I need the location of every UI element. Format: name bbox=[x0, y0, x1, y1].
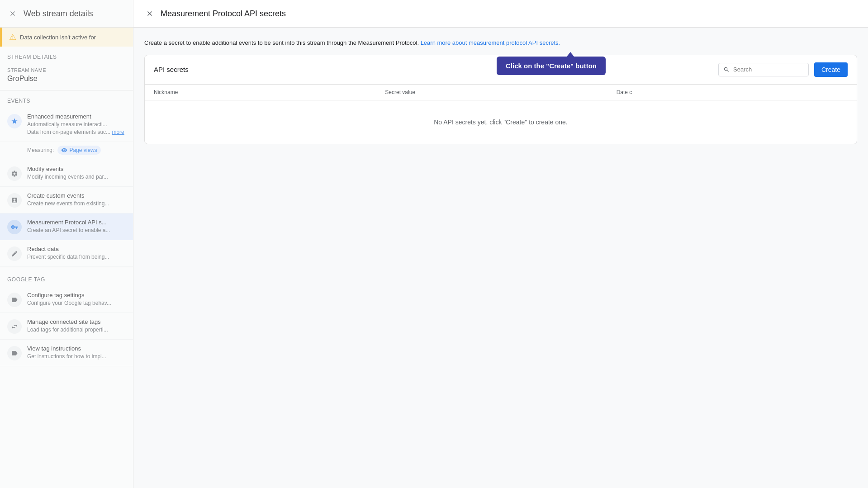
manage-connected-site-tags-icon bbox=[7, 319, 22, 334]
manage-connected-site-tags-title: Manage connected site tags bbox=[27, 318, 108, 325]
menu-item-measurement-protocol[interactable]: Measurement Protocol API s... Create an … bbox=[0, 213, 133, 240]
table-header-secret-value: Secret value bbox=[385, 89, 616, 95]
enhanced-measurement-icon bbox=[7, 114, 22, 128]
description-link[interactable]: Learn more about measurement protocol AP… bbox=[421, 39, 560, 46]
redact-data-title: Redact data bbox=[27, 246, 109, 252]
right-panel-title: Measurement Protocol API secrets bbox=[161, 9, 286, 19]
measurement-protocol-desc: Create an API secret to enable a... bbox=[27, 227, 110, 234]
view-tag-instructions-icon bbox=[7, 346, 22, 360]
description-text: Create a secret to enable additional eve… bbox=[144, 38, 857, 47]
table-header-nickname: Nickname bbox=[154, 89, 385, 95]
menu-item-enhanced-measurement[interactable]: Enhanced measurement Automatically measu… bbox=[0, 108, 133, 142]
view-tag-instructions-title: View tag instructions bbox=[27, 345, 106, 352]
menu-item-view-tag-instructions[interactable]: View tag instructions Get instructions f… bbox=[0, 340, 133, 366]
create-custom-events-content: Create custom events Create new events f… bbox=[27, 192, 109, 208]
configure-tag-settings-desc: Configure your Google tag behav... bbox=[27, 299, 111, 307]
google-tag-label: Google tag bbox=[0, 269, 133, 286]
right-panel-header: Measurement Protocol API secrets bbox=[133, 0, 868, 28]
modify-events-title: Modify events bbox=[27, 166, 108, 172]
tooltip-callout: Click on the "Create" button bbox=[497, 57, 606, 75]
enhanced-measurement-content: Enhanced measurement Automatically measu… bbox=[27, 113, 124, 136]
menu-item-modify-events[interactable]: Modify events Modify incoming events and… bbox=[0, 160, 133, 187]
left-panel: Web stream details ⚠ Data collection isn… bbox=[0, 0, 133, 488]
warning-text: Data collection isn't active for bbox=[20, 34, 96, 41]
enhanced-measurement-title: Enhanced measurement bbox=[27, 113, 124, 120]
search-icon bbox=[723, 66, 730, 73]
left-panel-close-icon[interactable] bbox=[7, 8, 18, 19]
stream-name-label: STREAM NAME bbox=[7, 67, 126, 73]
table-header-date-created: Date c bbox=[617, 89, 848, 95]
page-views-label: Page views bbox=[69, 147, 97, 153]
create-custom-events-icon bbox=[7, 193, 22, 208]
left-panel-title: Web stream details bbox=[24, 9, 93, 19]
page-views-badge[interactable]: Page views bbox=[57, 146, 100, 155]
redact-data-icon bbox=[7, 246, 22, 261]
right-panel-close-icon[interactable] bbox=[144, 8, 155, 19]
google-tag-section: Google tag Configure tag settings Config… bbox=[0, 267, 133, 366]
measurement-protocol-title: Measurement Protocol API s... bbox=[27, 219, 110, 226]
create-custom-events-title: Create custom events bbox=[27, 192, 109, 199]
configure-tag-settings-title: Configure tag settings bbox=[27, 292, 111, 298]
manage-connected-site-tags-desc: Load tags for additional properti... bbox=[27, 326, 108, 334]
enhanced-measurement-desc: Automatically measure interacti...Data f… bbox=[27, 121, 124, 136]
stream-name-section: STREAM NAME GroPulse bbox=[0, 64, 133, 90]
warning-icon: ⚠ bbox=[9, 32, 16, 42]
menu-item-redact-data[interactable]: Redact data Prevent specific data from b… bbox=[0, 240, 133, 267]
modify-events-content: Modify events Modify incoming events and… bbox=[27, 166, 108, 181]
measurement-protocol-content: Measurement Protocol API s... Create an … bbox=[27, 219, 110, 234]
table-header: Nickname Secret value Date c bbox=[145, 85, 857, 100]
api-secrets-title: API secrets bbox=[154, 66, 189, 73]
measuring-row: Measuring: Page views bbox=[0, 142, 133, 160]
stream-name-value: GroPulse bbox=[7, 75, 126, 83]
redact-data-desc: Prevent specific data from being... bbox=[27, 253, 109, 261]
table-empty-message: No API secrets yet, click "Create" to cr… bbox=[145, 100, 857, 144]
modify-events-icon bbox=[7, 166, 22, 181]
events-label: Events bbox=[0, 90, 133, 108]
search-input[interactable] bbox=[733, 66, 804, 73]
search-box[interactable] bbox=[718, 63, 809, 76]
modify-events-desc: Modify incoming events and par... bbox=[27, 173, 108, 181]
configure-tag-icon bbox=[7, 293, 22, 307]
create-custom-events-desc: Create new events from existing... bbox=[27, 200, 109, 208]
warning-banner: ⚠ Data collection isn't active for bbox=[0, 28, 133, 47]
manage-connected-site-tags-content: Manage connected site tags Load tags for… bbox=[27, 318, 108, 334]
menu-item-create-custom-events[interactable]: Create custom events Create new events f… bbox=[0, 187, 133, 213]
events-section: Events Enhanced measurement Automaticall… bbox=[0, 90, 133, 267]
menu-item-configure-tag-settings[interactable]: Configure tag settings Configure your Go… bbox=[0, 286, 133, 313]
measurement-protocol-icon bbox=[7, 220, 22, 234]
menu-item-manage-connected-site-tags[interactable]: Manage connected site tags Load tags for… bbox=[0, 313, 133, 340]
left-panel-header: Web stream details bbox=[0, 0, 133, 28]
view-tag-instructions-content: View tag instructions Get instructions f… bbox=[27, 345, 106, 360]
measuring-label: Measuring: bbox=[27, 147, 54, 153]
create-button[interactable]: Create bbox=[814, 62, 848, 77]
stream-details-label: Stream details bbox=[0, 47, 133, 64]
tooltip-text: Click on the "Create" button bbox=[506, 62, 597, 70]
toolbar-right: Create bbox=[718, 62, 848, 77]
view-tag-instructions-desc: Get instructions for how to impl... bbox=[27, 353, 106, 360]
right-panel-content: Create a secret to enable additional eve… bbox=[133, 28, 868, 488]
redact-data-content: Redact data Prevent specific data from b… bbox=[27, 246, 109, 261]
configure-tag-settings-content: Configure tag settings Configure your Go… bbox=[27, 292, 111, 307]
